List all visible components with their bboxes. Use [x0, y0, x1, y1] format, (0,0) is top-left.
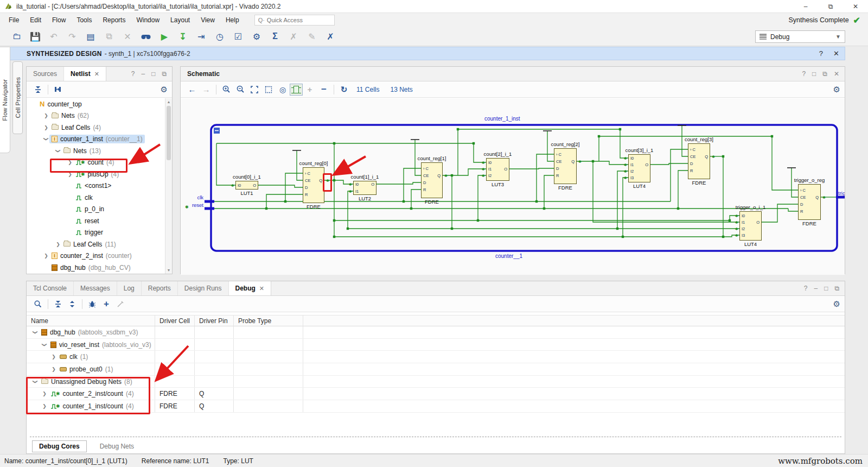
tree-expander-icon[interactable]: ❯: [43, 253, 49, 258]
tree-row-reset[interactable]: reset: [27, 215, 165, 227]
netlist-scrollbar[interactable]: ▲ ▼: [165, 98, 172, 274]
paste-icon[interactable]: ⧉: [101, 30, 117, 43]
add-probe-icon[interactable]: +: [99, 298, 113, 310]
menu-item-help[interactable]: Help: [220, 14, 245, 26]
expand-all-icon[interactable]: [65, 298, 79, 310]
banner-close-icon[interactable]: ✕: [833, 49, 839, 58]
schematic-maximize-icon[interactable]: □: [812, 70, 816, 78]
zoom-fit-icon[interactable]: [247, 84, 261, 96]
debug-bug-icon[interactable]: [85, 298, 99, 310]
debug-settings-gear-icon[interactable]: ⚙: [833, 299, 840, 309]
restore-icon[interactable]: ⧉: [818, 0, 843, 12]
open-project-icon[interactable]: 🗀: [9, 30, 25, 43]
tab-close-icon[interactable]: ✕: [259, 285, 264, 292]
table-row-vio-reset-inst[interactable]: ❯vio_reset_inst(labtools_vio_v3): [27, 339, 845, 351]
collapse-all-icon[interactable]: [51, 298, 65, 310]
netlist-settings-gear-icon[interactable]: ⚙: [161, 85, 168, 94]
row-expander-icon[interactable]: ❯: [41, 391, 48, 396]
goto-schematic-icon[interactable]: [51, 84, 65, 96]
minimize-icon[interactable]: –: [793, 0, 818, 12]
back-arrow-icon[interactable]: ←: [185, 84, 199, 96]
schematic-close-icon[interactable]: ✕: [834, 70, 839, 78]
schematic-cell-count-reg-1-[interactable]: count_reg[1]FDRE› CCEDRQ✱: [421, 162, 443, 198]
row-expander-icon[interactable]: ❯: [50, 354, 57, 359]
column-header-probe-type[interactable]: Probe Type: [234, 315, 303, 326]
table-row-dbg-hub[interactable]: ❯dbg_hub(labtools_xsdbm_v3): [27, 326, 845, 339]
menu-item-reports[interactable]: Reports: [97, 14, 131, 26]
table-row-counter-1-inst-count[interactable]: ❯✱counter_1_inst/count(4)FDREQ: [27, 400, 845, 413]
delete-icon[interactable]: ✕: [119, 30, 136, 43]
tab-sources[interactable]: Sources: [27, 67, 64, 81]
select-primitive-tool[interactable]: [290, 84, 303, 96]
debug-search-icon[interactable]: [31, 298, 45, 310]
tree-row-dbg-hub[interactable]: dbg_hub(dbg_hub_CV): [27, 262, 165, 274]
tab-design-runs[interactable]: Design Runs: [178, 281, 229, 295]
settings-gear-icon[interactable]: ⚙: [248, 30, 265, 43]
flow-navigator-tab[interactable]: Flow Navigator: [0, 47, 10, 153]
menu-item-window[interactable]: Window: [131, 14, 165, 26]
undo-icon[interactable]: ↶: [46, 30, 62, 43]
sub-tab-debug-nets[interactable]: Debug Nets: [93, 441, 141, 452]
tree-row-nets[interactable]: ❯Nets(13): [27, 145, 165, 157]
schematic-help-icon[interactable]: ?: [802, 70, 806, 78]
tree-row-counter-top[interactable]: Ncounter_top: [27, 98, 165, 110]
schematic-cell-count-2-i-1[interactable]: count[2]_i_1LUT3I0✱I1✱I2✱O: [486, 158, 509, 181]
panel-maximize-icon[interactable]: □: [151, 70, 155, 78]
tab-messages[interactable]: Messages: [74, 281, 117, 295]
zoom-selection-icon[interactable]: [261, 84, 276, 96]
row-expander-icon[interactable]: ❯: [50, 367, 57, 372]
autofit-target-icon[interactable]: ◎: [276, 84, 290, 96]
regenerate-icon[interactable]: ↻: [337, 84, 351, 96]
run-icon[interactable]: ▶: [156, 30, 173, 43]
close-icon[interactable]: ✕: [843, 0, 868, 12]
tree-expander-icon[interactable]: ❯: [67, 172, 73, 177]
schematic-float-icon[interactable]: ⧉: [822, 70, 827, 78]
menu-item-layout[interactable]: Layout: [165, 14, 195, 26]
unplace-icon[interactable]: ✗: [322, 30, 339, 43]
zoom-out-icon[interactable]: [233, 84, 247, 96]
bottom-help-icon[interactable]: ?: [804, 285, 808, 292]
panel-help-icon[interactable]: ?: [131, 70, 135, 78]
tree-row-clk[interactable]: clk: [27, 192, 165, 204]
tree-row-counter-2-inst[interactable]: ❯Icounter_2_inst(counter): [27, 250, 165, 262]
copy-report-icon[interactable]: ▤: [82, 30, 99, 43]
tree-expander-icon[interactable]: ❯: [43, 113, 49, 118]
tree-row-leaf-cells[interactable]: ❯Leaf Cells(4): [27, 122, 165, 134]
tree-expander-icon[interactable]: ❯: [43, 136, 49, 142]
report-checklist-icon[interactable]: ☑: [230, 30, 246, 43]
panel-minimize-icon[interactable]: –: [141, 70, 145, 78]
scroll-up-icon[interactable]: ▲: [165, 98, 172, 105]
schematic-cell-count-1-i-1[interactable]: count[1]_i_1LUT2I0✱I1✱O: [353, 181, 376, 195]
scroll-down-icon[interactable]: ▼: [165, 267, 172, 274]
timer-icon[interactable]: ◷: [212, 30, 228, 43]
menu-item-file[interactable]: File: [3, 14, 24, 26]
tree-row-count[interactable]: ❯✱count(4): [27, 157, 165, 169]
layout-selector-dropdown[interactable]: Debug ▼: [755, 30, 845, 43]
schematic-cell-count-3-i-1[interactable]: count[3]_i_1LUT4I0✱I1✱I2✱I3✱O: [628, 154, 650, 182]
sigma-icon[interactable]: Σ: [267, 30, 283, 43]
bottom-minimize-icon[interactable]: –: [814, 285, 818, 292]
schematic-cell-count-reg-3-[interactable]: count_reg[3]FDRE› CCEDRQ✱: [688, 143, 710, 179]
quick-access-input[interactable]: [267, 17, 327, 23]
menu-item-flow[interactable]: Flow: [47, 14, 71, 26]
tree-row-leaf-cells[interactable]: ❯Leaf Cells(11): [27, 238, 165, 250]
tab-close-icon[interactable]: ✕: [94, 71, 99, 78]
zoom-in-icon[interactable]: [219, 84, 233, 96]
row-expander-icon[interactable]: ❯: [33, 329, 38, 336]
tab-log[interactable]: Log: [117, 281, 142, 295]
row-expander-icon[interactable]: ❯: [42, 342, 47, 348]
row-expander-icon[interactable]: ❯: [33, 378, 38, 385]
collapse-all-icon[interactable]: [31, 84, 45, 96]
tab-debug[interactable]: Debug✕: [229, 281, 272, 295]
scroll-thumb[interactable]: [167, 106, 171, 160]
step-icon[interactable]: ↧: [175, 30, 191, 43]
panel-float-icon[interactable]: ⧉: [162, 70, 167, 78]
menu-item-view[interactable]: View: [195, 14, 220, 26]
redo-icon[interactable]: ↷: [64, 30, 80, 43]
tab-tcl-console[interactable]: Tcl Console: [27, 281, 74, 295]
tree-expander-icon[interactable]: ❯: [43, 125, 49, 130]
schematic-cell-count-0-i-1[interactable]: count[0]_i_1LUT1I0✱O: [235, 181, 258, 190]
column-header-name[interactable]: Name: [27, 315, 155, 326]
tree-row-plusop[interactable]: ❯✱plusOp(4): [27, 168, 165, 180]
bottom-float-icon[interactable]: ⧉: [834, 285, 839, 292]
